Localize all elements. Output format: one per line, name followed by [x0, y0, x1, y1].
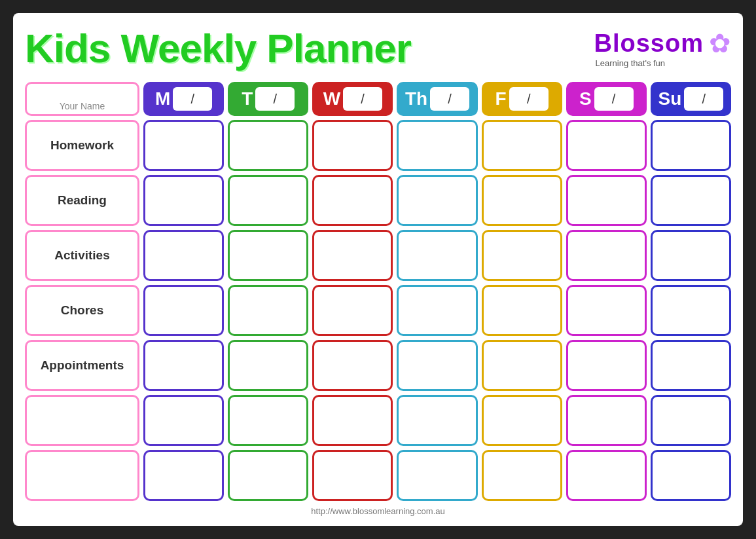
name-cell[interactable]: Your Name [25, 82, 139, 116]
cell-4-6[interactable] [651, 340, 731, 391]
cell-0-0[interactable] [143, 120, 224, 171]
cell-3-3[interactable] [397, 285, 477, 336]
cell-4-2[interactable] [312, 340, 393, 391]
cell-1-0[interactable] [143, 175, 224, 226]
cell-5-6[interactable] [651, 395, 731, 446]
day-header-wed: W / [312, 82, 393, 116]
cell-3-6[interactable] [651, 285, 731, 336]
row-label-homework: Homework [25, 120, 139, 171]
day-label: Th [405, 88, 427, 109]
cell-6-1[interactable] [228, 450, 308, 501]
row-label-activities: Activities [25, 230, 139, 281]
cell-3-1[interactable] [228, 285, 308, 336]
day-label: M [155, 88, 170, 109]
cell-3-0[interactable] [143, 285, 224, 336]
day-header-tue: T / [228, 82, 308, 116]
cell-4-5[interactable] [566, 340, 647, 391]
planner-container: Kids Weekly Planner Blossom ✿ Learning t… [13, 13, 743, 526]
cell-0-5[interactable] [566, 120, 647, 171]
cell-0-4[interactable] [482, 120, 562, 171]
cell-5-4[interactable] [482, 395, 562, 446]
cell-4-0[interactable] [143, 340, 224, 391]
cell-6-3[interactable] [397, 450, 477, 501]
date-box[interactable]: / [343, 87, 382, 111]
cell-5-3[interactable] [397, 395, 477, 446]
day-header-fri: F / [482, 82, 562, 116]
cell-6-5[interactable] [566, 450, 647, 501]
date-box[interactable]: / [684, 87, 723, 111]
cell-3-4[interactable] [482, 285, 562, 336]
cell-4-1[interactable] [228, 340, 308, 391]
cell-2-2[interactable] [312, 230, 393, 281]
brand-section: Blossom ✿ Learning that's fun [594, 28, 731, 68]
cell-3-5[interactable] [566, 285, 647, 336]
name-label: Your Name [60, 101, 105, 111]
date-box[interactable]: / [173, 87, 212, 111]
date-box[interactable]: / [594, 87, 634, 111]
date-box[interactable]: / [430, 87, 469, 111]
cell-1-2[interactable] [312, 175, 393, 226]
cell-2-5[interactable] [566, 230, 647, 281]
cell-6-2[interactable] [312, 450, 393, 501]
cell-1-5[interactable] [566, 175, 647, 226]
cell-6-4[interactable] [482, 450, 562, 501]
day-header-sun: Su / [651, 82, 731, 116]
cell-2-6[interactable] [651, 230, 731, 281]
main-title: Kids Weekly Planner [25, 25, 594, 71]
cell-1-4[interactable] [482, 175, 562, 226]
cell-3-2[interactable] [312, 285, 393, 336]
header: Kids Weekly Planner Blossom ✿ Learning t… [25, 25, 731, 71]
row-label-extra-5 [25, 395, 139, 446]
day-label: S [579, 88, 592, 109]
planner-grid: Your Name M / T / W / Th / F / S / Su / … [25, 82, 731, 501]
cell-2-4[interactable] [482, 230, 562, 281]
day-label: T [242, 88, 253, 109]
footer-url: http://www.blossomlearning.com.au [25, 506, 731, 516]
cell-6-0[interactable] [143, 450, 224, 501]
date-box[interactable]: / [255, 87, 295, 111]
cell-0-1[interactable] [228, 120, 308, 171]
row-label-reading: Reading [25, 175, 139, 226]
row-label-chores: Chores [25, 285, 139, 336]
cell-5-1[interactable] [228, 395, 308, 446]
day-header-mon: M / [143, 82, 224, 116]
cell-0-6[interactable] [651, 120, 731, 171]
day-label: W [323, 88, 340, 109]
date-box[interactable]: / [509, 87, 549, 111]
brand-tagline: Learning that's fun [596, 58, 666, 68]
day-label: F [495, 88, 507, 109]
flower-icon: ✿ [709, 28, 731, 58]
cell-6-6[interactable] [651, 450, 731, 501]
row-label-extra-6 [25, 450, 139, 501]
cell-5-2[interactable] [312, 395, 393, 446]
day-header-sat: S / [566, 82, 647, 116]
day-header-thu: Th / [397, 82, 477, 116]
cell-1-6[interactable] [651, 175, 731, 226]
cell-5-0[interactable] [143, 395, 224, 446]
cell-2-3[interactable] [397, 230, 477, 281]
cell-1-1[interactable] [228, 175, 308, 226]
cell-0-2[interactable] [312, 120, 393, 171]
brand-name: Blossom [594, 29, 704, 58]
cell-4-3[interactable] [397, 340, 477, 391]
cell-5-5[interactable] [566, 395, 647, 446]
day-label: Su [658, 88, 682, 109]
cell-0-3[interactable] [397, 120, 477, 171]
cell-4-4[interactable] [482, 340, 562, 391]
cell-2-1[interactable] [228, 230, 308, 281]
row-label-appointments: Appointments [25, 340, 139, 391]
cell-1-3[interactable] [397, 175, 477, 226]
cell-2-0[interactable] [143, 230, 224, 281]
